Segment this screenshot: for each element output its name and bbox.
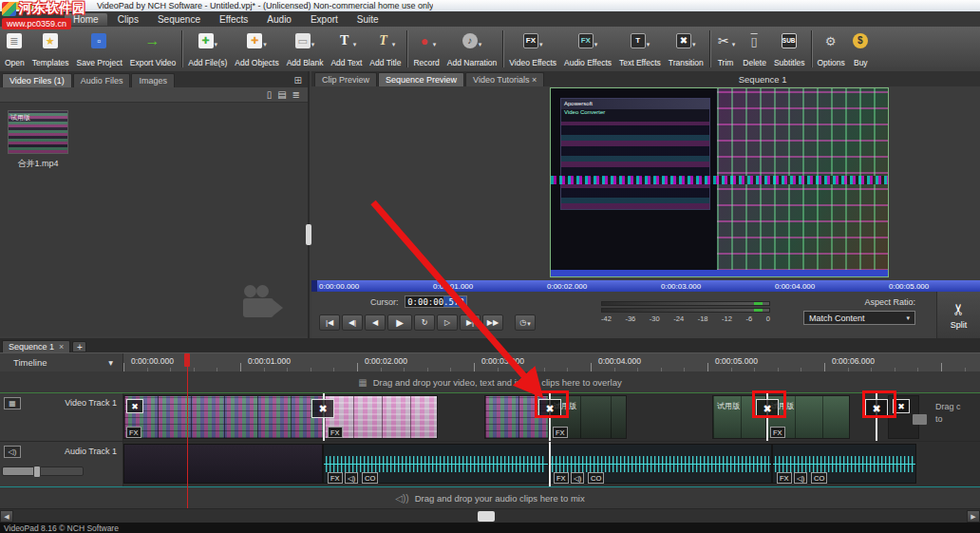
panel-grid-icon[interactable]: ⊞ xyxy=(291,75,306,87)
menu-clips[interactable]: Clips xyxy=(109,13,147,26)
previous-frame-button[interactable]: ◀| xyxy=(342,314,363,331)
transition-x-icon[interactable]: ✖ xyxy=(865,399,888,418)
cursor-time-field[interactable]: 0:00:00.578 xyxy=(405,295,467,308)
titlebar: VideoPad by NCH Software - Untitled.vpj*… xyxy=(0,0,980,11)
speaker-badge[interactable]: ◁) xyxy=(571,472,584,484)
speaker-icon: ◁)) xyxy=(395,493,408,504)
fx-badge[interactable]: FX xyxy=(770,427,785,438)
add-title-button[interactable]: T▾Add Title xyxy=(366,29,405,69)
save-project-button[interactable]: ▫Save Project xyxy=(73,29,126,69)
tab-sequence-1[interactable]: Sequence 1× xyxy=(2,340,70,352)
transition-x-icon[interactable]: ✖ xyxy=(311,399,334,418)
export-video-button[interactable]: →Export Video xyxy=(126,29,180,69)
fx-badge[interactable]: FX xyxy=(554,472,569,484)
step-forward-button[interactable]: ▷ xyxy=(437,314,458,331)
speaker-badge[interactable]: ◁) xyxy=(794,472,807,484)
open-button[interactable]: ≣Open xyxy=(1,29,28,69)
tab-video-tutorials[interactable]: Video Tutorials × xyxy=(465,72,544,86)
menu-sequence[interactable]: Sequence xyxy=(149,13,209,26)
add-narration-button[interactable]: ♪▾Add Narration xyxy=(443,29,500,69)
next-frame-button[interactable]: ▶| xyxy=(460,314,481,331)
scroll-right-button[interactable]: ▶ xyxy=(967,510,980,523)
fx-badge[interactable]: FX xyxy=(777,472,792,484)
quick-undo-icon[interactable] xyxy=(25,2,32,10)
transition-x-icon[interactable]: ✖ xyxy=(893,399,910,413)
video-clip[interactable] xyxy=(123,395,324,439)
fx-badge[interactable]: FX xyxy=(126,427,141,438)
add-files-button[interactable]: ✚▾Add File(s) xyxy=(184,29,231,69)
overlay-drop-zone[interactable]: ▦ Drag and drop your video, text and ima… xyxy=(0,371,980,392)
text-effects-button[interactable]: T▾Text Effects xyxy=(615,29,665,69)
tab-audio-files[interactable]: Audio Files xyxy=(73,73,131,87)
quick-redo-icon[interactable] xyxy=(35,2,43,10)
close-tab-icon[interactable]: × xyxy=(532,75,537,85)
timeline-ruler[interactable]: 0:00:00.000 0:00:01.000 0:00:02.000 0:00… xyxy=(123,353,980,371)
go-to-end-button[interactable]: ▶▶ xyxy=(482,314,503,331)
panel-splitter-handle[interactable] xyxy=(306,224,311,245)
volume-slider-handle[interactable] xyxy=(33,466,41,478)
templates-button[interactable]: ★Templates xyxy=(28,29,73,69)
fx-badge[interactable]: FX xyxy=(328,472,343,484)
subtitles-button[interactable]: SUBSubtitles xyxy=(770,29,809,69)
transition-x-icon[interactable]: ✖ xyxy=(756,399,779,418)
add-sequence-button[interactable]: + xyxy=(72,341,86,352)
menu-export[interactable]: Export xyxy=(302,13,347,26)
media-clip-thumbnail[interactable]: 试用版 xyxy=(8,110,68,154)
bin-thumbnails-icon[interactable]: ▤ xyxy=(277,89,286,100)
video-track-header[interactable]: ▦ Video Track 1 xyxy=(0,393,123,441)
link-badge[interactable]: CO xyxy=(588,472,604,484)
transition-x-icon[interactable]: ✖ xyxy=(538,399,561,418)
scrollbar-thumb[interactable] xyxy=(478,511,495,522)
bin-trash-icon[interactable]: ▯ xyxy=(267,89,273,100)
transition-icon: ✖ xyxy=(676,33,691,48)
microphone-icon: ♪ xyxy=(462,33,478,48)
fx-badge[interactable]: FX xyxy=(328,427,343,438)
buy-button[interactable]: $Buy xyxy=(849,29,873,69)
tab-clip-preview[interactable]: Clip Preview xyxy=(314,72,377,86)
step-back-button[interactable]: ◀ xyxy=(365,314,386,331)
playback-speed-button[interactable]: ◷▾ xyxy=(515,314,536,331)
aspect-ratio-select[interactable]: Match Content ▾ xyxy=(803,311,915,325)
quick-save-icon[interactable] xyxy=(14,2,22,10)
go-to-start-button[interactable]: |◀ xyxy=(319,314,340,331)
scroll-left-button[interactable]: ◀ xyxy=(0,510,13,523)
timeline-mode-dropdown[interactable]: Timeline ▾ xyxy=(0,353,123,371)
audio-drop-zone[interactable]: ◁)) Drag and drop your audio clips here … xyxy=(0,487,980,508)
tab-sequence-preview[interactable]: Sequence Preview xyxy=(378,72,464,86)
playhead-marker[interactable] xyxy=(184,353,190,367)
timeline-scrollbar[interactable]: ◀ ▶ xyxy=(0,508,980,523)
transition-button[interactable]: ✖▾Transition xyxy=(665,29,707,69)
bin-list-icon[interactable]: ≣ xyxy=(292,89,300,100)
link-badge[interactable]: CO xyxy=(362,472,378,484)
video-track-icon[interactable]: ▦ xyxy=(4,397,21,409)
volume-slider[interactable] xyxy=(2,466,84,476)
speaker-icon[interactable]: ◁) xyxy=(4,446,21,458)
audio-clip[interactable] xyxy=(123,444,323,484)
options-button[interactable]: ⚙Options xyxy=(814,29,849,69)
split-button[interactable]: ✂ Split xyxy=(936,292,980,338)
audio-effects-button[interactable]: FX▾Audio Effects xyxy=(560,29,615,69)
add-blank-button[interactable]: ▭▾Add Blank xyxy=(283,29,328,69)
add-text-button[interactable]: T▾Add Text xyxy=(327,29,366,69)
menu-audio[interactable]: Audio xyxy=(258,13,300,26)
link-badge[interactable]: CO xyxy=(811,472,827,484)
menu-home[interactable]: Home xyxy=(65,13,107,26)
loop-button[interactable]: ↻ xyxy=(414,314,435,331)
trim-button[interactable]: ✂▾Trim xyxy=(712,29,740,69)
audio-track-header[interactable]: ◁) Audio Track 1 xyxy=(0,442,123,486)
camera-icon xyxy=(243,285,285,317)
tab-images[interactable]: Images xyxy=(131,73,175,87)
close-tab-icon[interactable]: × xyxy=(59,342,64,352)
tab-video-files[interactable]: Video Files (1) xyxy=(2,73,72,87)
add-objects-button[interactable]: ✚▾Add Objects xyxy=(231,29,282,69)
speaker-badge[interactable]: ◁) xyxy=(345,472,358,484)
transition-x-icon[interactable]: ✖ xyxy=(126,399,143,413)
record-button[interactable]: ●▾Record xyxy=(409,29,443,69)
menu-effects[interactable]: Effects xyxy=(211,13,256,26)
play-button[interactable]: ▶ xyxy=(387,314,412,331)
delete-button[interactable]: ▯Delete xyxy=(739,29,770,69)
menu-suite[interactable]: Suite xyxy=(349,13,387,26)
fx-badge[interactable]: FX xyxy=(553,427,568,438)
preview-scrub-bar[interactable]: 0:00:00.000 0:00:01.000 0:00:02.000 0:00… xyxy=(311,280,980,292)
video-effects-button[interactable]: FX▾Video Effects xyxy=(505,29,560,69)
